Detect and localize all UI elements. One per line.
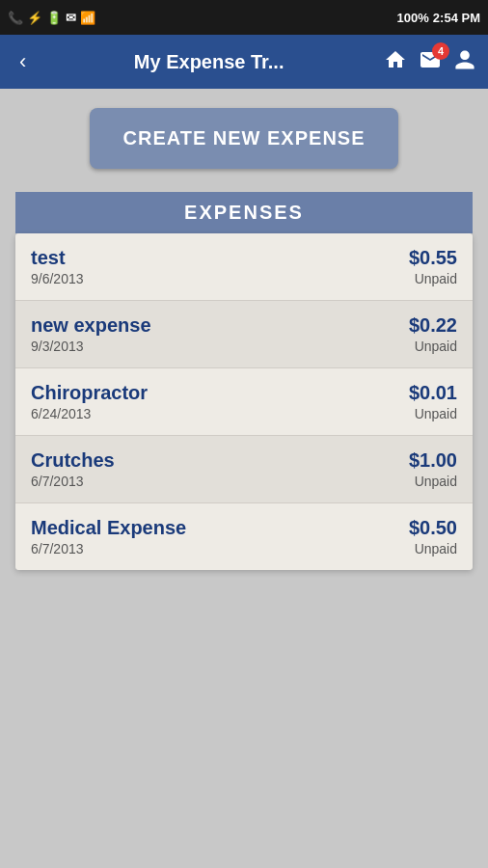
expense-date-3: 6/7/2013 (31, 474, 115, 489)
expense-name-4: Medical Expense (31, 517, 186, 539)
expenses-header: EXPENSES (15, 192, 473, 233)
message-icon: ✉ (66, 11, 76, 25)
status-left-icons: 📞 ⚡ 🔋 ✉ 📶 (8, 11, 95, 25)
expense-date-2: 6/24/2013 (31, 406, 148, 421)
expense-amount-3: $1.00 (409, 449, 457, 472)
expense-status-0: Unpaid (415, 271, 457, 286)
expense-name-0: test (31, 247, 84, 269)
battery-percent: 100% (397, 11, 429, 25)
expense-date-4: 6/7/2013 (31, 541, 186, 556)
expense-item[interactable]: new expense 9/3/2013 $0.22 Unpaid (15, 301, 473, 368)
nav-bar: ‹ My Expense Tr... 4 (0, 35, 488, 89)
expense-right-4: $0.50 Unpaid (409, 517, 457, 556)
expense-right-3: $1.00 Unpaid (409, 449, 457, 489)
status-right-info: 100% 2:54 PM (397, 11, 480, 25)
mail-badge: 4 (432, 42, 449, 60)
expense-item[interactable]: test 9/6/2013 $0.55 Unpaid (15, 233, 473, 301)
signal-icons: 📶 (80, 11, 95, 25)
expense-item[interactable]: Medical Expense 6/7/2013 $0.50 Unpaid (15, 503, 473, 570)
expense-name-2: Chiropractor (31, 382, 148, 404)
back-button[interactable]: ‹ (12, 45, 34, 78)
nav-icons-container: 4 (384, 48, 476, 76)
expense-status-4: Unpaid (415, 541, 457, 556)
expense-left-4: Medical Expense 6/7/2013 (31, 517, 186, 556)
expense-date-1: 9/3/2013 (31, 339, 151, 354)
expense-right-1: $0.22 Unpaid (409, 314, 457, 354)
expense-item[interactable]: Crutches 6/7/2013 $1.00 Unpaid (15, 436, 473, 503)
mail-icon[interactable]: 4 (419, 48, 442, 76)
expenses-section: EXPENSES test 9/6/2013 $0.55 Unpaid new … (15, 192, 473, 570)
time: 2:54 PM (433, 11, 480, 25)
battery-charging-icon: 🔋 (46, 11, 62, 25)
expense-name-1: new expense (31, 314, 151, 337)
expense-left-0: test 9/6/2013 (31, 247, 84, 286)
expense-status-2: Unpaid (415, 406, 457, 421)
main-content: CREATE NEW EXPENSE EXPENSES test 9/6/201… (0, 89, 488, 868)
nav-title: My Expense Tr... (34, 51, 384, 73)
expense-amount-4: $0.50 (409, 517, 457, 539)
expense-left-3: Crutches 6/7/2013 (31, 449, 115, 489)
expense-left-2: Chiropractor 6/24/2013 (31, 382, 148, 421)
profile-icon[interactable] (453, 48, 476, 76)
expense-name-3: Crutches (31, 449, 115, 472)
call-icon: 📞 (8, 11, 23, 25)
expense-amount-1: $0.22 (409, 314, 457, 337)
expense-right-0: $0.55 Unpaid (409, 247, 457, 286)
expense-date-0: 9/6/2013 (31, 271, 84, 286)
home-icon[interactable] (384, 48, 407, 76)
create-new-expense-button[interactable]: CREATE NEW EXPENSE (90, 108, 398, 169)
usb-icon: ⚡ (27, 11, 42, 25)
expense-right-2: $0.01 Unpaid (409, 382, 457, 421)
expense-status-3: Unpaid (415, 474, 457, 489)
expenses-list: test 9/6/2013 $0.55 Unpaid new expense 9… (15, 233, 473, 570)
expense-amount-2: $0.01 (409, 382, 457, 404)
expense-item[interactable]: Chiropractor 6/24/2013 $0.01 Unpaid (15, 368, 473, 436)
expense-amount-0: $0.55 (409, 247, 457, 269)
expense-status-1: Unpaid (415, 339, 457, 354)
status-bar: 📞 ⚡ 🔋 ✉ 📶 100% 2:54 PM (0, 0, 488, 35)
expense-left-1: new expense 9/3/2013 (31, 314, 151, 354)
